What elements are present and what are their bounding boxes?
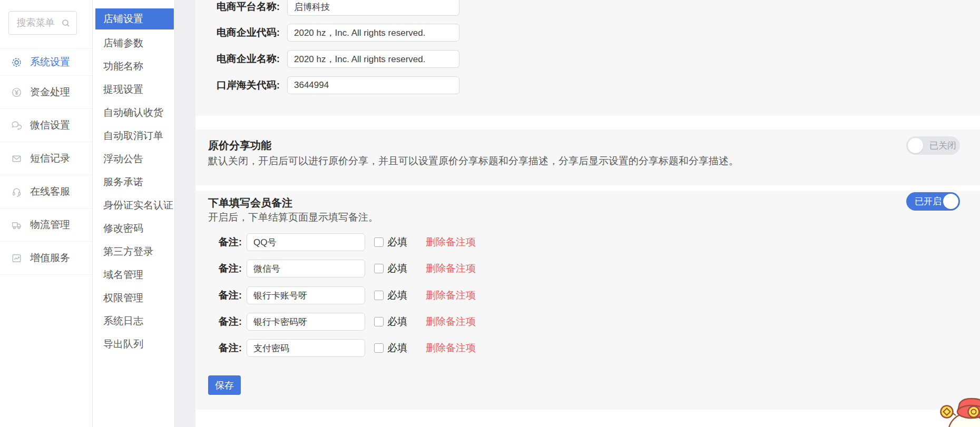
sidebar-item-label: 在线客服	[30, 185, 70, 198]
submenu-item-shop-params[interactable]: 店铺参数	[93, 32, 174, 55]
enterprise-code-label: 电商企业代码:	[195, 27, 280, 38]
toggle-state-label: 已开启	[915, 192, 942, 211]
price-share-title: 原价分享功能	[208, 138, 271, 153]
remark-input[interactable]	[247, 286, 365, 304]
required-label: 必填	[387, 315, 407, 329]
delete-remark-link[interactable]: 删除备注项	[426, 315, 476, 329]
price-share-toggle[interactable]: 已关闭	[906, 136, 960, 155]
customs-code-label: 口岸海关代码:	[195, 80, 280, 91]
menu-search-box[interactable]	[8, 11, 77, 35]
save-button[interactable]: 保存	[208, 375, 241, 395]
submenu-item-auto-confirm-receipt[interactable]: 自动确认收货	[93, 101, 174, 124]
submenu-item-change-password[interactable]: 修改密码	[93, 217, 174, 240]
remark-row: 备注: 必填 删除备注项	[195, 286, 980, 304]
remark-input[interactable]	[247, 233, 365, 251]
required-label: 必填	[387, 235, 407, 249]
submenu-item-domain-management[interactable]: 域名管理	[93, 263, 174, 286]
primary-nav: 系统设置 资金处理 微信设置	[0, 48, 92, 275]
submenu-item-third-party-login[interactable]: 第三方登录	[93, 240, 174, 263]
customs-code-input[interactable]	[287, 76, 459, 94]
headset-icon	[11, 186, 22, 197]
delete-remark-link[interactable]: 删除备注项	[426, 341, 476, 355]
enterprise-name-label: 电商企业名称:	[195, 54, 280, 64]
required-checkbox[interactable]	[374, 264, 384, 273]
sidebar-item-label: 短信记录	[30, 152, 70, 165]
sidebar-item-system-settings[interactable]: 系统设置	[0, 48, 92, 76]
sidebar-item-sms[interactable]: 短信记录	[0, 142, 92, 175]
red-packet-mascot-icon[interactable]	[938, 394, 980, 427]
remark-input[interactable]	[247, 339, 365, 357]
submenu-item-auto-cancel-order[interactable]: 自动取消订单	[93, 124, 174, 147]
price-share-panel: 原价分享功能 默认关闭，开启后可以进行原价分享，并且可以设置原价分享标题和分享描…	[195, 130, 980, 185]
delete-remark-link[interactable]: 删除备注项	[426, 235, 476, 249]
main-content: 电商平台名称: 电商企业代码: 电商企业名称: 口岸海关代码: 原价分享功能 默…	[195, 0, 980, 427]
sidebar-item-label: 物流管理	[30, 218, 70, 232]
required-checkbox[interactable]	[374, 317, 384, 326]
remark-input[interactable]	[247, 313, 365, 331]
sidebar-item-value-added[interactable]: 增值服务	[0, 242, 92, 275]
delete-remark-link[interactable]: 删除备注项	[426, 289, 476, 302]
submenu-item-feature-names[interactable]: 功能名称	[93, 55, 174, 78]
required-label: 必填	[387, 289, 407, 302]
required-checkbox[interactable]	[374, 237, 384, 247]
primary-sidebar: 系统设置 资金处理 微信设置	[0, 0, 93, 427]
toggle-knob	[943, 194, 958, 209]
submenu-item-system-log[interactable]: 系统日志	[93, 310, 174, 333]
remark-label: 备注:	[195, 315, 242, 329]
submenu-item-id-verification[interactable]: 身份证实名认证	[93, 194, 174, 217]
order-remark-toggle[interactable]: 已开启	[906, 192, 960, 211]
sidebar-item-label: 系统设置	[30, 55, 70, 69]
sidebar-item-funds[interactable]: 资金处理	[0, 76, 92, 109]
remark-row: 备注: 必填 删除备注项	[195, 260, 980, 277]
submenu-item-service-promise[interactable]: 服务承诺	[93, 171, 174, 194]
submenu-item-shop-settings[interactable]: 店铺设置	[95, 8, 174, 29]
search-input[interactable]	[16, 17, 58, 29]
order-remark-title: 下单填写会员备注	[208, 196, 292, 210]
required-label: 必填	[387, 341, 407, 355]
remark-label: 备注:	[195, 289, 242, 302]
admin-settings-page: 系统设置 资金处理 微信设置	[0, 0, 980, 427]
sidebar-item-label: 微信设置	[30, 118, 70, 132]
price-share-desc: 默认关闭，开启后可以进行原价分享，并且可以设置原价分享标题和分享描述，分享后显示…	[208, 154, 739, 168]
gear-icon	[11, 56, 22, 68]
required-label: 必填	[387, 262, 407, 275]
required-checkbox[interactable]	[374, 291, 384, 300]
remark-label: 备注:	[195, 262, 242, 275]
submenu-item-permission-management[interactable]: 权限管理	[93, 286, 174, 310]
submenu-item-withdraw-settings[interactable]: 提现设置	[93, 78, 174, 101]
remark-input[interactable]	[247, 260, 365, 277]
remark-row: 备注: 必填 删除备注项	[195, 313, 980, 331]
sidebar-item-label: 资金处理	[30, 85, 70, 99]
truck-icon	[11, 219, 22, 231]
yen-circle-icon	[11, 86, 22, 98]
envelope-icon	[11, 153, 22, 164]
sidebar-item-wechat[interactable]: 微信设置	[0, 109, 92, 142]
enterprise-code-input[interactable]	[287, 24, 459, 42]
toggle-knob	[908, 138, 923, 153]
required-checkbox[interactable]	[374, 343, 384, 353]
remark-label: 备注:	[195, 235, 242, 249]
order-remark-desc: 开启后，下单结算页面显示填写备注。	[208, 211, 378, 224]
remark-label: 备注:	[195, 341, 242, 355]
secondary-sidebar: 店铺设置 店铺参数 功能名称 提现设置 自动确认收货 自动取消订单 浮动公告 服…	[93, 0, 175, 427]
delete-remark-link[interactable]: 删除备注项	[426, 262, 476, 275]
enterprise-name-input[interactable]	[287, 50, 459, 68]
order-remark-panel: 下单填写会员备注 开启后，下单结算页面显示填写备注。 已开启 备注: 必填 删除…	[195, 191, 980, 410]
shop-info-panel: 电商平台名称: 电商企业代码: 电商企业名称: 口岸海关代码:	[195, 0, 980, 116]
submenu-list: 店铺设置 店铺参数 功能名称 提现设置 自动确认收货 自动取消订单 浮动公告 服…	[93, 8, 174, 356]
platform-name-input[interactable]	[287, 0, 459, 16]
trend-chart-icon	[11, 252, 22, 264]
submenu-item-floating-notice[interactable]: 浮动公告	[93, 147, 174, 171]
remark-row: 备注: 必填 删除备注项	[195, 339, 980, 357]
sidebar-item-logistics[interactable]: 物流管理	[0, 208, 92, 242]
submenu-item-export-queue[interactable]: 导出队列	[93, 333, 174, 356]
platform-name-label: 电商平台名称:	[195, 2, 280, 12]
remark-row: 备注: 必填 删除备注项	[195, 233, 980, 251]
toggle-state-label: 已关闭	[929, 136, 956, 155]
search-icon	[62, 19, 70, 27]
wechat-icon	[11, 120, 22, 131]
sidebar-item-label: 增值服务	[30, 251, 70, 265]
sidebar-item-online-service[interactable]: 在线客服	[0, 175, 92, 208]
